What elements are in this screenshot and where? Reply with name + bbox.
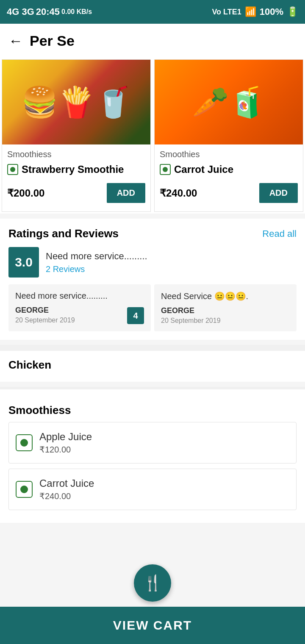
back-button[interactable]: ← xyxy=(8,33,23,49)
network-indicator: 4G 3G xyxy=(7,6,34,17)
product-category-2: Smoothies xyxy=(155,144,303,161)
product-category-1: Smoothiess xyxy=(2,144,150,161)
menu-item-carrot-juice[interactable]: Carrot Juice ₹240.00 xyxy=(8,469,297,510)
product-price-1: ₹200.00 xyxy=(7,187,44,199)
view-cart-label: VIEW CART xyxy=(113,618,192,633)
product-price-row-2: ₹240.00 ADD xyxy=(155,178,303,203)
review-cards-row: Need more service......... GEORGE 20 Sep… xyxy=(8,284,297,331)
menu-item-name-carrot-juice: Carrot Juice xyxy=(39,477,289,489)
product-price-2: ₹240.00 xyxy=(160,187,197,199)
rating-score-box: 3.0 xyxy=(8,247,39,278)
veg-dot-carrot-juice xyxy=(20,486,28,493)
reviews-count: 2 Reviews xyxy=(46,264,147,274)
subcategory-name-smoothiess: Smoothiess xyxy=(8,404,297,417)
signal-indicator: Vo LTE1 xyxy=(212,8,241,17)
status-right: Vo LTE1 📶 100% 🔋 xyxy=(212,6,298,17)
veg-dot-apple-juice xyxy=(20,439,28,447)
add-button-carrot-juice[interactable]: ADD xyxy=(259,183,298,203)
battery-indicator: 100% xyxy=(260,6,283,17)
section-divider-1 xyxy=(0,345,305,351)
review-card-2: Need Service 😐😐😐. GEORGE 20 September 20… xyxy=(154,284,297,331)
review-text-2: Need Service 😐😐😐. xyxy=(161,291,290,301)
reviewer-name-2: GEORGE xyxy=(161,306,221,315)
reviewer-info-2: GEORGE 20 September 2019 xyxy=(161,306,221,325)
read-all-button[interactable]: Read all xyxy=(262,228,297,239)
menu-item-price-carrot-juice: ₹240.00 xyxy=(39,491,289,501)
menu-item-info-apple-juice: Apple Juice ₹120.00 xyxy=(39,431,289,455)
veg-icon-2 xyxy=(160,164,171,175)
page-title: Per Se xyxy=(30,33,75,49)
veg-icon-1 xyxy=(7,164,18,175)
rating-summary-text: Need more service......... xyxy=(46,251,147,262)
veg-dot-2 xyxy=(163,167,168,172)
review-card-1: Need more service......... GEORGE 20 Sep… xyxy=(8,284,151,331)
product-price-row-1: ₹200.00 ADD xyxy=(2,178,150,203)
wifi-icon: 📶 xyxy=(245,6,256,17)
rating-text-col: Need more service......... 2 Reviews xyxy=(46,251,147,274)
menu-item-veg-apple-juice xyxy=(16,434,33,451)
review-footer-2: GEORGE 20 September 2019 xyxy=(161,306,290,325)
reviewer-name-1: GEORGE xyxy=(15,306,75,315)
time-display: 20:45 xyxy=(36,6,60,17)
review-text-1: Need more service......... xyxy=(15,291,144,301)
carrot-emoji: 🥕🧃 xyxy=(192,85,266,119)
menu-category-smoothiess: Smoothiess Apple Juice ₹120.00 Carrot Ju… xyxy=(0,389,305,523)
battery-icon: 🔋 xyxy=(287,6,298,17)
menu-item-apple-juice[interactable]: Apple Juice ₹120.00 xyxy=(8,422,297,464)
menu-item-price-apple-juice: ₹120.00 xyxy=(39,444,289,455)
status-bar: 4G 3G 20:45 0.00 KB/s Vo LTE1 📶 100% 🔋 xyxy=(0,0,305,24)
ratings-section: Ratings and Reviews Read all 3.0 Need mo… xyxy=(0,219,305,340)
fab-icon: 🍴 xyxy=(143,574,162,592)
products-row: 🍔🍟🥤 Smoothiess Strawberry Smoothie ₹200.… xyxy=(0,58,305,214)
header: ← Per Se xyxy=(0,24,305,58)
product-name-row-2: Carrot Juice xyxy=(155,161,303,178)
product-name-1: Strawberry Smoothie xyxy=(22,164,124,175)
review-date-1: 20 September 2019 xyxy=(15,316,75,324)
burger-emoji: 🍔🍟🥤 xyxy=(21,85,132,119)
fab-button[interactable]: 🍴 xyxy=(134,564,171,602)
menu-item-veg-carrot-juice xyxy=(16,481,33,498)
ratings-header: Ratings and Reviews Read all xyxy=(8,227,297,240)
product-image-carrot: 🥕🧃 xyxy=(155,60,303,144)
ratings-title: Ratings and Reviews xyxy=(8,227,119,240)
add-button-strawberry-smoothie[interactable]: ADD xyxy=(107,183,145,203)
view-cart-bar[interactable]: VIEW CART xyxy=(0,607,305,644)
reviewer-info-1: GEORGE 20 September 2019 xyxy=(15,306,75,324)
review-footer-1: GEORGE 20 September 2019 4 xyxy=(15,306,144,324)
product-name-row-1: Strawberry Smoothie xyxy=(2,161,150,178)
product-card-carrot-juice: 🥕🧃 Smoothies Carrot Juice ₹240.00 ADD xyxy=(154,59,303,212)
veg-dot-1 xyxy=(10,167,15,172)
review-date-2: 20 September 2019 xyxy=(161,317,221,325)
menu-item-name-apple-juice: Apple Juice xyxy=(39,431,289,443)
speed-indicator: 0.00 KB/s xyxy=(61,8,92,16)
category-name-chicken: Chicken xyxy=(8,358,297,372)
menu-category-chicken: Chicken xyxy=(0,351,305,382)
rating-summary: 3.0 Need more service......... 2 Reviews xyxy=(8,247,297,278)
product-name-2: Carrot Juice xyxy=(174,164,233,175)
menu-item-info-carrot-juice: Carrot Juice ₹240.00 xyxy=(39,477,289,501)
review-score-1: 4 xyxy=(127,307,144,324)
status-left: 4G 3G 20:45 0.00 KB/s xyxy=(7,6,92,17)
product-image-burger: 🍔🍟🥤 xyxy=(2,60,150,144)
product-card-strawberry-smoothie: 🍔🍟🥤 Smoothiess Strawberry Smoothie ₹200.… xyxy=(2,59,151,212)
